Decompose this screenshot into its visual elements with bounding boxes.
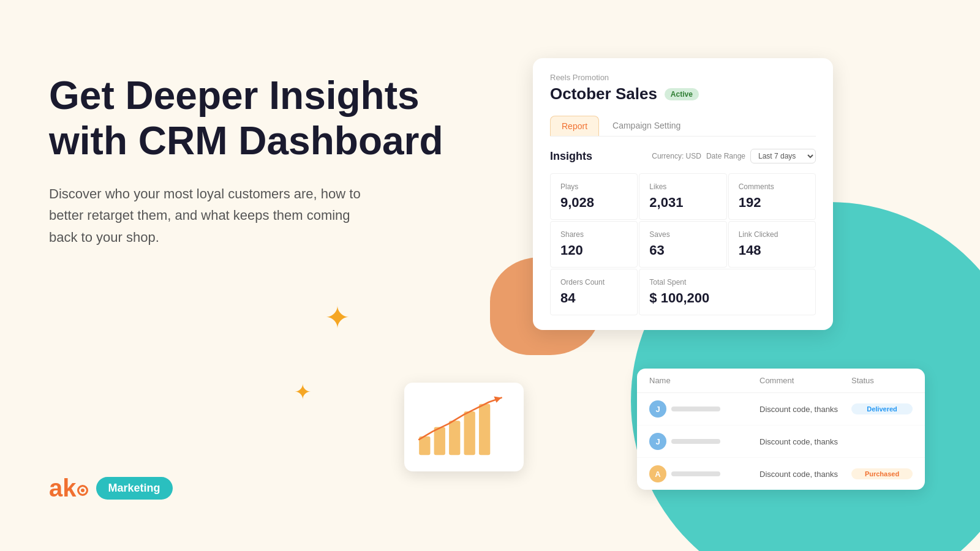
comment-name-2: J: [649, 433, 760, 450]
metric-likes-value: 2,031: [649, 195, 716, 211]
active-badge: Active: [665, 88, 699, 100]
headline: Get Deeper Insightswith CRM Dashboard: [49, 73, 447, 163]
avatar-2: J: [649, 433, 666, 450]
comment-table-header: Name Comment Status: [637, 369, 925, 393]
comment-name-1: J: [649, 400, 760, 418]
metric-shares: Shares 120: [550, 221, 638, 268]
metric-saves-value: 63: [649, 242, 716, 258]
metric-likes-label: Likes: [649, 182, 716, 191]
comment-text-1: Discount code, thanks: [760, 405, 851, 414]
svg-rect-3: [464, 411, 475, 455]
status-badge-2: [851, 440, 913, 443]
chart-svg: [414, 392, 514, 462]
comment-text-3: Discount code, thanks: [760, 470, 851, 479]
avatar-3: A: [649, 465, 666, 482]
col-name: Name: [649, 376, 760, 385]
campaign-title-row: October Sales Active: [550, 84, 816, 103]
comment-row-2: J Discount code, thanks: [637, 425, 925, 458]
subtext: Discover who your most loyal customers a…: [49, 183, 368, 248]
metric-orders: Orders Count 84: [550, 269, 638, 315]
marketing-badge: Marketing: [96, 477, 173, 500]
avatar-1: J: [649, 400, 666, 418]
metric-orders-label: Orders Count: [560, 278, 627, 287]
metric-comments: Comments 192: [728, 173, 816, 220]
sparkle-icon-2: ✦: [294, 380, 311, 404]
metric-total-spent: Total Spent $ 100,200: [639, 269, 816, 315]
comment-card: Name Comment Status J Discount code, tha…: [637, 369, 925, 490]
metric-saves: Saves 63: [639, 221, 726, 268]
svg-rect-1: [434, 427, 445, 455]
comment-row-1: J Discount code, thanks Delivered: [637, 393, 925, 425]
sparkle-icon-1: ✦: [325, 300, 350, 335]
campaign-label: Reels Promotion: [550, 73, 816, 82]
col-comment: Comment: [760, 376, 851, 385]
metrics-grid: Plays 9,028 Likes 2,031 Comments 192 Sha…: [550, 173, 816, 315]
metric-link-clicked-value: 148: [739, 242, 805, 258]
date-range-select[interactable]: Last 7 days Last 30 days Last 90 days: [750, 149, 816, 163]
metric-comments-value: 192: [739, 195, 805, 211]
insights-title: Insights: [550, 150, 592, 163]
metric-saves-label: Saves: [649, 230, 716, 239]
tab-campaign-setting[interactable]: Campaign Setting: [601, 116, 692, 136]
left-content: Get Deeper Insightswith CRM Dashboard Di…: [49, 73, 447, 248]
insights-controls: Currency: USD Date Range Last 7 days Las…: [652, 149, 816, 163]
metric-likes: Likes 2,031: [639, 173, 726, 220]
metric-plays: Plays 9,028: [550, 173, 638, 220]
col-status: Status: [851, 376, 913, 385]
metric-link-clicked-label: Link Clicked: [739, 230, 805, 239]
status-badge-1: Delivered: [851, 403, 913, 414]
name-placeholder-3: [671, 471, 720, 476]
metric-comments-label: Comments: [739, 182, 805, 191]
metric-total-spent-value: $ 100,200: [649, 290, 805, 306]
metric-plays-value: 9,028: [560, 195, 627, 211]
metric-orders-value: 84: [560, 290, 627, 306]
svg-rect-4: [479, 404, 490, 455]
comment-name-3: A: [649, 465, 760, 482]
comment-text-2: Discount code, thanks: [760, 437, 851, 446]
insights-header: Insights Currency: USD Date Range Last 7…: [550, 149, 816, 163]
metric-total-spent-label: Total Spent: [649, 278, 805, 287]
campaign-title: October Sales: [550, 84, 657, 103]
comment-row-3: A Discount code, thanks Purchased: [637, 458, 925, 490]
svg-rect-2: [449, 421, 460, 455]
name-placeholder-2: [671, 439, 720, 444]
dashboard-card: Reels Promotion October Sales Active Rep…: [533, 58, 833, 330]
metric-link-clicked: Link Clicked 148: [728, 221, 816, 268]
date-range-label: Date Range: [706, 152, 745, 160]
chart-card: [404, 383, 524, 471]
name-placeholder-1: [671, 407, 720, 411]
logo-text: ak: [49, 474, 89, 502]
metric-plays-label: Plays: [560, 182, 627, 191]
metric-shares-label: Shares: [560, 230, 627, 239]
metric-shares-value: 120: [560, 242, 627, 258]
tabs: Report Campaign Setting: [550, 116, 816, 137]
logo-area: ak Marketing: [49, 474, 173, 502]
status-badge-3: Purchased: [851, 468, 913, 479]
currency-label: Currency: USD: [652, 152, 701, 160]
tab-report[interactable]: Report: [550, 116, 599, 136]
